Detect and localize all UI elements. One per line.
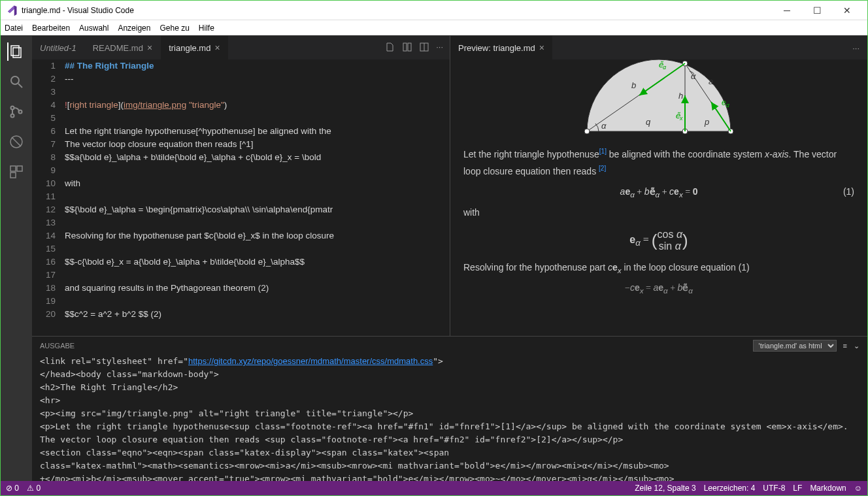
svg-point-5 [11,114,14,118]
svg-rect-12 [403,43,407,51]
svg-rect-13 [408,43,411,51]
menu-file[interactable]: Datei [5,24,23,33]
window-title: triangle.md - Visual Studio Code [22,6,772,15]
debug-icon[interactable] [7,133,25,151]
status-encoding[interactable]: UTF-8 [763,484,785,493]
tab-triangle[interactable]: triangle.md× [161,36,229,59]
status-cursor[interactable]: Zeile 12, Spalte 3 [635,484,695,493]
svg-text:α: α [601,121,607,131]
svg-text:b: b [631,80,636,90]
status-language[interactable]: Markdown [810,484,846,493]
menubar: Datei Bearbeiten Auswahl Anzeigen Gehe z… [1,20,867,36]
menu-edit[interactable]: Bearbeiten [32,24,70,33]
svg-text:eα: eα [722,98,730,108]
tab-preview[interactable]: Preview: triangle.md× [450,36,553,59]
extensions-icon[interactable] [7,163,25,181]
equation: −cex = aeα + bẽα [463,280,854,297]
search-icon[interactable] [7,73,25,91]
close-icon[interactable]: × [539,42,544,53]
output-body[interactable]: <link rel="stylesheet" href="https://git… [32,355,867,481]
close-icon[interactable]: × [147,42,152,53]
svg-rect-9 [10,166,16,171]
menu-selection[interactable]: Auswahl [79,24,108,33]
status-warnings[interactable]: ⚠ 0 [27,484,41,493]
titlebar: triangle.md - Visual Studio Code ─ ☐ ✕ [1,1,867,20]
svg-text:α: α [691,71,696,81]
status-eol[interactable]: LF [793,484,802,493]
chevron-down-icon[interactable]: ⌄ [854,342,860,350]
statusbar: ⊘ 0 ⚠ 0 Zeile 12, Spalte 3 Leerzeichen: … [1,481,867,495]
output-panel: AUSGABE 'triangle.md' as html ≡ ⌄ <link … [32,336,867,481]
svg-point-2 [11,76,19,84]
svg-text:q: q [646,117,651,127]
vscode-logo-icon [6,5,18,16]
clear-output-icon[interactable]: ≡ [843,342,847,350]
panel-title[interactable]: AUSGABE [40,342,75,350]
more-icon[interactable]: ··· [436,42,443,54]
source-control-icon[interactable] [7,103,25,121]
editor-tabs: Untitled-1 README.md× triangle.md× ··· [32,36,450,59]
preview-paragraph: Resolving for the hypothenuse part cex i… [463,259,854,277]
markdown-preview: b a h p q α α ẽα ẽx eα [450,59,867,336]
footnote-ref[interactable]: [2] [599,165,606,172]
svg-text:p: p [704,117,709,127]
svg-point-4 [11,107,14,110]
footnote-ref[interactable]: [1] [599,148,607,155]
minimize-button[interactable]: ─ [772,1,802,20]
svg-text:a: a [709,76,713,86]
svg-text:h: h [678,91,683,101]
svg-rect-11 [10,173,16,178]
tab-untitled[interactable]: Untitled-1 [32,36,85,59]
close-button[interactable]: ✕ [832,1,862,20]
status-errors[interactable]: ⊘ 0 [6,484,19,493]
preview-text: with [463,205,854,221]
menu-goto[interactable]: Gehe zu [159,24,189,33]
close-icon[interactable]: × [214,42,220,53]
equation: aeα + bẽα + cex = 0 (1) [463,184,854,201]
explorer-icon[interactable] [7,42,25,61]
activitybar [1,36,32,481]
line-numbers: 1234567891011121314151617181920 [32,59,65,336]
menu-help[interactable]: Hilfe [199,24,214,33]
feedback-icon[interactable]: ☺ [854,484,862,493]
output-channel-select[interactable]: 'triangle.md' as html [753,340,837,352]
open-changes-icon[interactable] [385,42,395,54]
more-icon[interactable]: ··· [852,43,867,53]
svg-rect-10 [17,166,22,171]
code-editor[interactable]: 1234567891011121314151617181920 ## The R… [32,59,450,336]
tab-readme[interactable]: README.md× [85,36,161,59]
split-icon[interactable] [419,42,429,54]
status-spaces[interactable]: Leerzeichen: 4 [704,484,756,493]
svg-line-8 [12,137,21,146]
preview-icon[interactable] [402,42,412,54]
menu-view[interactable]: Anzeigen [118,24,150,33]
equation: eα = (cos αsin α) [463,225,854,256]
preview-paragraph: Let the right triangle hypothenuse[1] be… [463,146,854,180]
triangle-diagram: b a h p q α α ẽα ẽx eα [463,59,854,138]
svg-line-3 [18,84,22,88]
svg-point-20 [584,129,590,134]
maximize-button[interactable]: ☐ [802,1,832,20]
